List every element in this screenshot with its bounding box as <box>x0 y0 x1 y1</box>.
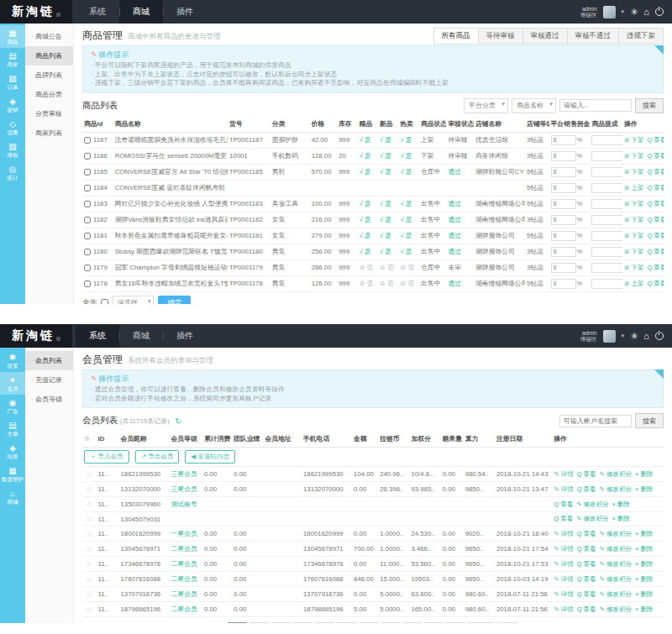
member-edit-points-link[interactable]: 修改积分 <box>600 485 632 493</box>
member-edit-points-link[interactable]: 修改积分 <box>600 560 632 568</box>
hot-flag[interactable]: 是 <box>400 216 412 223</box>
module-sidebar-item[interactable]: ▤ 文章 <box>0 417 25 440</box>
commission-input[interactable] <box>551 151 576 161</box>
new-flag[interactable]: 是 <box>380 216 391 223</box>
platform-category-select[interactable]: 平台分类 <box>464 98 508 113</box>
row-checkbox[interactable] <box>84 280 91 287</box>
view-product-link[interactable]: 查看 <box>647 216 664 223</box>
search-field-select[interactable]: 商品名称 <box>512 98 556 113</box>
module-sidebar-item[interactable]: ▦ 商品 <box>0 25 25 48</box>
toggle-shelf-link[interactable]: 下架 <box>624 232 643 239</box>
status-tab[interactable]: 审核通过 <box>522 28 568 45</box>
member-delete-link[interactable]: 删除 <box>635 530 653 537</box>
logout-power-icon[interactable] <box>655 8 664 16</box>
rebate-input[interactable] <box>591 183 622 193</box>
member-view-link[interactable]: 查看 <box>554 515 573 522</box>
toggle-shelf-link[interactable]: 下架 <box>624 264 643 271</box>
product-name-cell[interactable]: 法奇诺睡眠面膜免洗补水保湿收缩毛孔男女士..通 <box>113 132 228 148</box>
module-sidebar-item[interactable]: ✱ 设置 <box>0 349 25 372</box>
module-sidebar-item[interactable]: ◈ 促销 <box>0 93 25 116</box>
toggle-shelf-link[interactable]: 上架 <box>624 184 643 191</box>
star-icon[interactable]: ☆ <box>86 500 92 509</box>
page-button[interactable]: 2 <box>249 622 269 623</box>
sub-menu-item[interactable]: 商品列表 <box>25 46 73 65</box>
top-nav-item[interactable]: 系统 <box>76 324 119 348</box>
member-edit-points-link[interactable]: 修改积分 <box>600 575 632 583</box>
page-button[interactable]: 5 <box>315 622 334 623</box>
member-search-input[interactable] <box>559 415 632 427</box>
page-button[interactable]: 11 <box>446 622 465 623</box>
star-icon[interactable]: ☆ <box>86 605 92 614</box>
module-sidebar-item[interactable]: ♥ 会员 <box>0 372 25 395</box>
module-sidebar-item[interactable]: ◇ 优惠 <box>0 116 25 139</box>
top-nav-item[interactable]: 插件 <box>163 324 207 348</box>
member-delete-link[interactable]: 删除 <box>635 605 653 613</box>
product-name-cell[interactable]: ROMOSS/罗马仕 sense6 20000M毫安充电宝.. <box>113 148 228 164</box>
new-flag[interactable]: 是 <box>380 200 391 207</box>
member-delete-link[interactable]: 删除 <box>612 500 630 508</box>
product-name-cell[interactable]: 男女16年秋冬连帽加绒卫衣宽松套头T恤打底.. <box>113 275 228 291</box>
member-view-link[interactable]: 查看 <box>577 560 596 568</box>
status-tab[interactable]: 违规下架 <box>618 28 664 45</box>
view-product-link[interactable]: 查看 <box>647 152 664 160</box>
page-button[interactable]: 1 <box>228 622 247 623</box>
top-nav-item[interactable]: 商城 <box>119 324 163 348</box>
toggle-shelf-link[interactable]: 下架 <box>624 152 643 160</box>
new-flag[interactable]: 是 <box>380 152 391 160</box>
module-sidebar-item[interactable]: ▤ 商家 <box>0 48 25 71</box>
sub-menu-item[interactable]: 分类审核 <box>25 104 73 123</box>
view-product-link[interactable]: 查看 <box>647 280 664 287</box>
module-sidebar-item[interactable]: ▦ 数据维护 <box>0 463 25 485</box>
featured-flag[interactable]: 是 <box>360 216 371 223</box>
page-button[interactable]: 9 <box>402 622 422 623</box>
top-nav-item[interactable]: 插件 <box>163 0 207 24</box>
new-flag[interactable]: 是 <box>380 136 391 144</box>
hot-flag[interactable]: 是 <box>400 152 412 160</box>
logout-power-icon[interactable] <box>655 332 664 340</box>
rebate-input[interactable] <box>591 167 622 177</box>
search-button[interactable]: 搜索 <box>635 98 664 113</box>
export-members-button[interactable]: ↗ 导出会员 <box>135 450 179 464</box>
product-name-cell[interactable]: 潮牌Vans滑板鞋男女情侣款 ins港风百搭小白.. <box>113 212 228 228</box>
view-product-link[interactable]: 查看 <box>647 232 664 239</box>
star-icon[interactable]: ☆ <box>86 470 92 479</box>
clear-cache-icon[interactable]: ✳ <box>630 8 638 17</box>
star-icon[interactable]: ☆ <box>86 560 92 569</box>
view-product-link[interactable]: 查看 <box>647 264 664 271</box>
toggle-shelf-link[interactable]: 下架 <box>624 216 643 223</box>
search-button[interactable]: 搜索 <box>635 413 664 428</box>
toggle-shelf-link[interactable]: 下架 <box>624 136 643 144</box>
module-sidebar-item[interactable]: ◎ 统计 <box>0 161 25 184</box>
product-name-cell[interactable]: 网红亿只猫少女心补光化妆镜 人型便携美妆.. <box>113 196 228 212</box>
row-checkbox[interactable] <box>84 169 91 176</box>
star-icon[interactable]: ☆ <box>86 590 92 599</box>
page-button[interactable]: 3 <box>271 622 291 623</box>
member-view-link[interactable]: 查看 <box>577 530 596 537</box>
hot-flag[interactable]: 是 <box>400 136 412 144</box>
new-flag[interactable]: 否 <box>380 264 394 271</box>
hot-flag[interactable]: 否 <box>400 280 414 287</box>
sub-menu-item[interactable]: 品牌列表 <box>25 65 73 85</box>
module-sidebar-item[interactable]: ◉ 广告 <box>0 395 25 417</box>
rebate-input[interactable] <box>591 279 622 289</box>
page-button[interactable]: 4 <box>293 622 312 623</box>
member-detail-link[interactable]: 详情 <box>554 560 573 568</box>
sub-menu-item[interactable]: 会员等级 <box>25 390 73 409</box>
commission-input[interactable] <box>551 167 576 177</box>
search-input[interactable] <box>559 99 632 112</box>
rebate-input[interactable] <box>591 215 622 225</box>
member-delete-link[interactable]: 删除 <box>635 470 653 478</box>
page-button[interactable]: 7 <box>359 622 378 623</box>
home-icon[interactable]: ⌂ <box>643 332 649 341</box>
member-detail-link[interactable]: 详情 <box>554 545 573 553</box>
module-sidebar-item[interactable]: ▨ 维权 <box>0 139 25 161</box>
select-all-checkbox[interactable] <box>101 299 108 304</box>
toggle-shelf-link[interactable]: 下架 <box>624 168 643 176</box>
toggle-shelf-link[interactable]: 下架 <box>624 200 643 207</box>
toggle-shelf-link[interactable]: 下架 <box>624 248 643 255</box>
featured-flag[interactable]: 是 <box>360 136 371 144</box>
product-name-cell[interactable]: 秋冬新色金属扣肩章修身粗花呢外套女小香风.. <box>113 228 228 244</box>
view-product-link[interactable]: 查看 <box>647 248 664 255</box>
commission-input[interactable] <box>551 215 576 225</box>
toggle-shelf-link[interactable]: 上架 <box>624 280 643 287</box>
